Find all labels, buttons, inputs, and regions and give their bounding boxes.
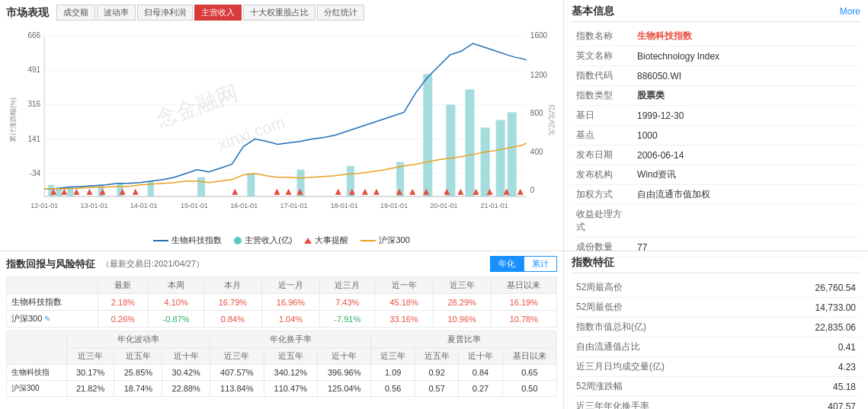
svg-text:xinxi.com: xinxi.com [215,112,287,154]
svg-text:1600: 1600 [530,31,548,40]
chart-legend: 生物科技指数 主营收入(亿) 大事提醒 沪深300 [6,235,557,246]
svg-text:491: 491 [27,66,40,74]
tab-bodonglu[interactable]: 波动率 [97,5,136,21]
info-value-pubdate: 2006-06-14 [633,145,860,165]
risk-header-row1: 年化波动率 年化换手率 夏普比率 [7,331,557,348]
th-sharpe-3y: 近三年 [371,348,415,365]
info-row-pubdate: 发布日期 2006-06-14 [572,145,860,165]
legend-reminder: 大事提醒 [304,235,348,246]
rh-vol-5y: 18.74% [114,381,162,397]
svg-marker-48 [61,189,67,195]
svg-marker-49 [73,189,79,195]
risk-label-biotech: 生物科技指 [7,365,67,381]
basic-info-panel: 基本信息 More 指数名称 生物科技指数 英文名称 Biotechnology… [564,0,868,251]
risk-header-row2: 近三年 近五年 近十年 近三年 近五年 近十年 近三年 近五年 近十年 基日以来 [7,348,557,365]
svg-text:13-01-01: 13-01-01 [80,202,107,209]
rv-turn-3y: 407.57% [210,365,264,381]
main-chart: 666 491 316 141 -34 累计涨跌幅(%) 1600 1200 8… [6,24,557,232]
th-3month: 近三月 [320,277,375,294]
features-title: 指数特征 [572,256,860,273]
rh-sharpe-10y: 0.27 [459,381,502,397]
svg-text:666: 666 [27,31,40,40]
rh-turn-3y: 113.84% [210,381,264,397]
th-index-name [7,277,98,294]
tab-fenhong[interactable]: 分红统计 [317,5,364,21]
info-label-weight: 加权方式 [572,185,633,205]
th-turn-5y: 近五年 [264,348,317,365]
bottom-row: 指数回报与风险特征 （最新交易日:2021/04/27） 年化 累计 最新 本周… [0,251,868,409]
features-table: 52周最高价 26,760.54 52周最低价 14,733.00 指数市值总和… [572,278,860,409]
feat-value-turnover3y: 407.57 [763,397,860,410]
svg-text:400: 400 [530,148,543,156]
svg-text:316: 316 [27,100,40,108]
risk-row-biotech: 生物科技指 30.17% 25.85% 30.42% 407.57% 340.1… [7,365,557,381]
tab-guimu[interactable]: 归母净利润 [137,5,193,21]
svg-rect-36 [197,177,205,197]
hs300-edit-icon[interactable]: ✎ [44,315,50,323]
info-label-code: 指数代码 [572,66,633,86]
feat-value-marketcap: 22,835.06 [763,318,860,337]
feat-value-high52: 26,760.54 [763,278,860,298]
chart-area: 666 491 316 141 -34 累计涨跌幅(%) 1600 1200 8… [6,24,557,232]
feat-value-52wchange: 45.18 [763,377,860,397]
legend-line-biotech [153,240,168,241]
info-row-code: 指数代码 886050.WI [572,66,860,86]
val-biotech-3y: 28.29% [433,294,491,311]
more-link[interactable]: More [840,6,860,17]
rv-sharpe-10y: 0.84 [459,365,502,381]
market-panel-header: 市场表现 成交额 波动率 归母净利润 主营收入 十大权重股占比 分红统计 [6,5,557,21]
svg-marker-58 [335,189,341,195]
val-biotech-week: 4.10% [149,294,203,311]
th-3year: 近三年 [433,277,491,294]
legend-label-hs300: 沪深300 [379,235,409,246]
top-row: 市场表现 成交额 波动率 归母净利润 主营收入 十大权重股占比 分红统计 [0,0,868,251]
val-biotech-latest: 2.18% [98,294,149,311]
th-sharpe-base: 基日以来 [502,348,556,365]
return-header: 指数回报与风险特征 （最新交易日:2021/04/27） 年化 累计 [6,256,557,272]
info-row-basepoint: 基点 1000 [572,126,860,145]
feat-label-freefloat: 自由流通值占比 [572,337,763,357]
info-value-publisher: Wind资讯 [633,165,860,185]
rv-vol-10y: 30.42% [162,365,210,381]
label-hs300: 沪深300 ✎ [7,311,98,328]
info-row-enname: 英文名称 Biotechnology Index [572,46,860,66]
th-empty [7,331,67,365]
info-table: 指数名称 生物科技指数 英文名称 Biotechnology Index 指数代… [572,27,860,257]
legend-line-hs300 [360,240,376,241]
svg-marker-56 [286,189,292,195]
rh-vol-3y: 21.82% [66,381,114,397]
market-tab-bar: 成交额 波动率 归母净利润 主营收入 十大权重股占比 分红统计 [56,5,364,21]
feat-row-low52: 52周最低价 14,733.00 [572,298,860,318]
info-row-type: 指数类型 股票类 [572,86,860,106]
row-hs300: 沪深300 ✎ 0.26% -0.87% 0.84% 1.04% -7.91% … [7,311,557,328]
th-sharpe: 夏普比率 [371,331,557,348]
val-biotech-3m: 7.43% [320,294,375,311]
info-row-publisher: 发布机构 Wind资讯 [572,165,860,185]
info-label-name: 指数名称 [572,27,633,46]
main-container: 市场表现 成交额 波动率 归母净利润 主营收入 十大权重股占比 分红统计 [0,0,868,409]
legend-triangle-reminder [304,238,312,244]
rh-sharpe-3y: 0.56 [371,381,415,397]
info-label-basedate: 基日 [572,106,633,126]
val-hs300-base: 10.78% [491,311,556,328]
return-date: （最新交易日:2021/04/27） [101,258,204,270]
toggle-annualized[interactable]: 年化 [490,256,524,272]
toggle-cumulative[interactable]: 累计 [524,256,557,272]
legend-biotech: 生物科技指数 [153,235,222,246]
risk-table: 年化波动率 年化换手率 夏普比率 近三年 近五年 近十年 近三年 近五年 近十年… [6,331,557,397]
info-row-name: 指数名称 生物科技指数 [572,27,860,46]
tab-zhuyingshouru[interactable]: 主营收入 [194,5,242,21]
tab-shida[interactable]: 十大权重股占比 [243,5,315,21]
svg-text:累计涨跌幅(%): 累计涨跌幅(%) [9,97,17,142]
svg-text:18-01-01: 18-01-01 [331,202,358,209]
feat-label-marketcap: 指数市值总和(亿) [572,318,763,337]
risk-row-hs300: 沪深300 21.82% 18.74% 22.88% 113.84% 110.4… [7,381,557,397]
feat-label-avgvol: 近三月日均成交量(亿) [572,357,763,377]
performance-header-row: 最新 本周 本月 近一月 近三月 近一年 近三年 基日以来 [7,277,557,294]
svg-rect-41 [423,74,432,197]
svg-marker-53 [133,189,139,195]
val-hs300-1m: 1.04% [261,311,319,328]
info-value-code: 886050.WI [633,66,860,86]
th-latest: 最新 [98,277,149,294]
tab-chengjiaoe[interactable]: 成交额 [56,5,95,21]
